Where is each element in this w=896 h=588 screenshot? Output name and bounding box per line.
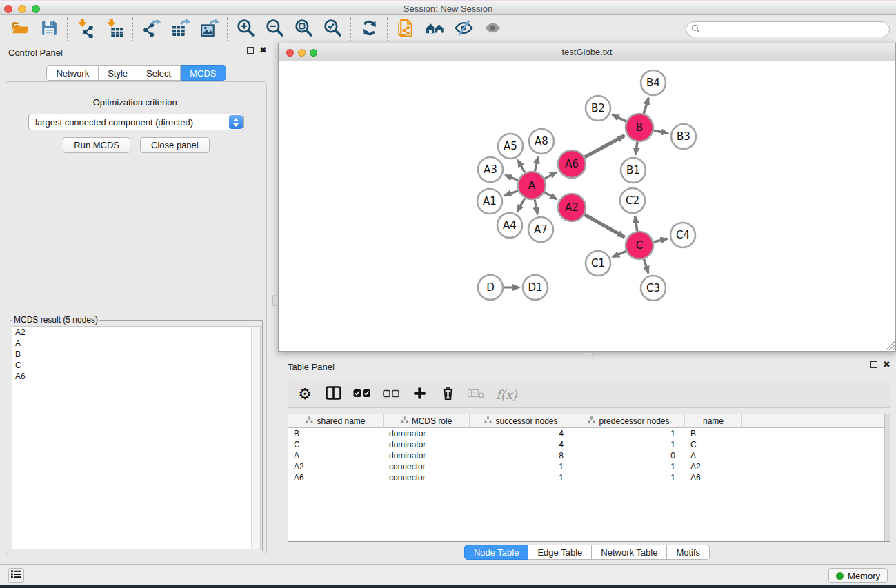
table-cell[interactable]: B — [288, 428, 384, 439]
memory-button[interactable]: Memory — [828, 568, 888, 583]
delete-column-button[interactable] — [439, 386, 456, 403]
graph-edge-A-A7[interactable] — [535, 200, 537, 214]
graph-node-A5[interactable]: A5 — [498, 134, 523, 159]
graph-node-A1[interactable]: A1 — [477, 189, 502, 214]
import-network-button[interactable] — [71, 17, 100, 41]
table-cell[interactable]: dominator — [384, 450, 470, 461]
add-column-button[interactable] — [411, 387, 428, 403]
table-cell[interactable]: B — [685, 428, 742, 439]
horizontal-split-grip[interactable] — [584, 352, 593, 356]
graph-edge-C-C4[interactable] — [653, 239, 667, 242]
hide-selected-button[interactable] — [449, 17, 478, 41]
graph-node-A4[interactable]: A4 — [497, 213, 522, 238]
export-image-button[interactable] — [195, 17, 223, 41]
graph-edge-A-A5[interactable] — [518, 160, 525, 172]
zoom-fit-button[interactable] — [289, 17, 318, 41]
graph-node-A8[interactable]: A8 — [529, 129, 554, 154]
table-cell[interactable]: 0 — [573, 450, 685, 461]
vertical-split-grip[interactable] — [272, 295, 277, 306]
graph-node-C2[interactable]: C2 — [620, 188, 645, 213]
graph-node-A7[interactable]: A7 — [528, 217, 553, 242]
graph-edge-A-A8[interactable] — [535, 157, 539, 172]
list-scrollbar[interactable] — [251, 327, 260, 549]
graph-node-B2[interactable]: B2 — [586, 96, 610, 121]
graph-edge-A-A4[interactable] — [517, 198, 525, 212]
graph-edge-A2-C[interactable] — [584, 214, 624, 237]
tab-network-table[interactable]: Network Table — [592, 545, 667, 560]
window-resize-grip[interactable] — [886, 341, 895, 350]
zoom-out-button[interactable] — [260, 17, 289, 41]
tab-mcds[interactable]: MCDS — [181, 65, 226, 81]
graph-node-C[interactable]: C — [626, 232, 653, 259]
graph-edge-C-C3[interactable] — [644, 259, 648, 273]
graph-edge-B-B1[interactable] — [635, 142, 637, 154]
export-network-button[interactable] — [137, 17, 166, 41]
result-list-item[interactable]: A — [12, 338, 260, 349]
run-mcds-button[interactable]: Run MCDS — [63, 137, 130, 153]
zoom-in-button[interactable] — [231, 17, 260, 41]
table-cell[interactable]: 1 — [470, 461, 573, 472]
first-neighbors-button[interactable] — [420, 17, 449, 41]
table-row[interactable]: Bdominator41B — [288, 428, 890, 439]
graph-node-C4[interactable]: C4 — [670, 223, 695, 247]
close-table-panel-icon[interactable]: ✖ — [883, 361, 890, 368]
table-cell[interactable]: 4 — [470, 439, 573, 450]
criterion-select[interactable]: largest connected component (directed) — [28, 114, 244, 130]
function-builder-button[interactable]: f(x) — [496, 387, 517, 402]
show-all-button[interactable] — [478, 17, 507, 41]
refresh-layout-button[interactable] — [355, 17, 384, 41]
result-list-item[interactable]: A6 — [12, 371, 260, 382]
table-cell[interactable]: 1 — [573, 439, 685, 450]
graph-node-D[interactable]: D — [478, 275, 503, 300]
export-table-button[interactable] — [166, 17, 195, 41]
tab-node-table[interactable]: Node Table — [464, 545, 529, 560]
table-cell[interactable]: connector — [384, 472, 470, 483]
import-table-button[interactable] — [100, 17, 129, 41]
result-list-item[interactable]: C — [12, 360, 260, 371]
tab-edge-table[interactable]: Edge Table — [528, 545, 592, 560]
graph-edge-A6-B[interactable] — [585, 136, 625, 157]
graph-node-C3[interactable]: C3 — [641, 276, 666, 301]
task-history-button[interactable] — [8, 568, 24, 583]
graph-edge-A-A2[interactable] — [544, 192, 557, 199]
table-cell[interactable]: A6 — [288, 472, 384, 483]
table-cell[interactable]: 8 — [470, 450, 573, 461]
table-row[interactable]: Cdominator41C — [288, 439, 890, 450]
close-panel-icon[interactable]: ✖ — [259, 47, 267, 54]
table-cell[interactable]: C — [685, 439, 742, 450]
table-cell[interactable]: A — [288, 450, 384, 461]
table-cell[interactable]: 4 — [470, 428, 573, 439]
tab-network[interactable]: Network — [46, 65, 99, 81]
float-panel-icon[interactable] — [247, 47, 254, 54]
float-table-panel-icon[interactable] — [870, 361, 877, 368]
table-cell[interactable]: A — [685, 450, 742, 461]
graph-node-C1[interactable]: C1 — [586, 251, 610, 276]
graph-node-A3[interactable]: A3 — [478, 157, 503, 182]
column-view-button[interactable] — [325, 386, 341, 403]
open-file-button[interactable] — [6, 17, 34, 41]
table-cell[interactable]: 1 — [573, 461, 685, 472]
table-cell[interactable]: dominator — [384, 439, 470, 450]
deselect-all-button[interactable] — [383, 388, 399, 401]
table-scrollbar[interactable] — [884, 414, 890, 541]
graph-node-B3[interactable]: B3 — [671, 124, 696, 149]
tab-motifs[interactable]: Motifs — [667, 545, 710, 560]
graph-edge-C-C1[interactable] — [613, 251, 626, 257]
close-panel-button[interactable]: Close panel — [140, 137, 210, 153]
select-all-button[interactable] — [353, 388, 371, 401]
graph-node-A[interactable]: A — [518, 172, 546, 199]
graph-edge-A-A3[interactable] — [506, 175, 519, 180]
search-field[interactable] — [686, 21, 890, 37]
graph-edge-A-A6[interactable] — [545, 172, 557, 179]
tab-select[interactable]: Select — [137, 65, 181, 81]
column-header-successor-nodes[interactable]: successor nodes — [470, 414, 573, 428]
table-cell[interactable]: A6 — [685, 472, 742, 483]
column-header-predecessor-nodes[interactable]: predecessor nodes — [573, 414, 685, 428]
table-row[interactable]: A2connector11A2 — [288, 461, 890, 472]
search-input[interactable] — [703, 23, 889, 36]
result-list-item[interactable]: A2 — [12, 327, 260, 338]
network-canvas[interactable]: B4B2BB3A8A5A6A3B1AA1C2A2A4A7C4CC1C3DD1 — [279, 61, 895, 351]
table-cell[interactable]: connector — [384, 461, 470, 472]
tab-style[interactable]: Style — [99, 65, 137, 81]
table-row[interactable]: Adominator80A — [288, 450, 890, 461]
